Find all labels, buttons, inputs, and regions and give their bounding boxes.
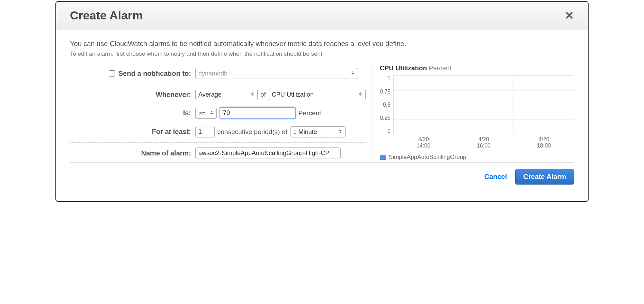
intro-text: You can use CloudWatch alarms to be noti… xyxy=(70,40,574,48)
threshold-input[interactable] xyxy=(220,107,296,119)
cancel-button[interactable]: Cancel xyxy=(484,173,507,181)
unit-text: Percent xyxy=(298,109,321,117)
whenever-row: Whenever: Average of CPU Utilization xyxy=(70,86,366,104)
close-icon[interactable]: ✕ xyxy=(565,9,574,22)
form-column: Send a notification to: dynamodb Wheneve… xyxy=(70,64,366,162)
period-select[interactable]: 1 Minute xyxy=(290,126,346,137)
name-label: Name of alarm: xyxy=(70,149,191,157)
chart-column: CPU Utilization Percent 1 0.75 0.5 0.25 … xyxy=(373,64,574,162)
periods-input[interactable] xyxy=(195,126,215,137)
y-axis: 1 0.75 0.5 0.25 0 xyxy=(380,75,393,134)
create-alarm-button[interactable]: Create Alarm xyxy=(515,169,574,185)
name-row: Name of alarm: xyxy=(70,144,366,162)
chart-title: CPU Utilization Percent xyxy=(380,64,574,72)
divider xyxy=(70,84,366,84)
y-tick: 0 xyxy=(387,128,391,134)
alarm-name-input[interactable] xyxy=(195,147,341,159)
is-row: Is: >= Percent xyxy=(70,104,366,123)
y-tick: 0.75 xyxy=(380,89,391,95)
dialog-footer: Cancel Create Alarm xyxy=(70,162,574,191)
dialog-title: Create Alarm xyxy=(70,9,143,22)
consecutive-text: consecutive period(s) of xyxy=(217,128,287,136)
of-text: of xyxy=(260,91,266,98)
x-tick: 4/20 14:00 xyxy=(417,136,430,149)
comparator-select[interactable]: >= xyxy=(195,108,217,119)
create-alarm-dialog: Create Alarm ✕ You can use CloudWatch al… xyxy=(55,1,589,202)
statistic-select[interactable]: Average xyxy=(195,89,258,100)
whenever-label: Whenever: xyxy=(70,91,191,99)
notification-row: Send a notification to: dynamodb xyxy=(70,64,366,82)
y-tick: 0.5 xyxy=(383,102,391,108)
sub-intro-text: To edit an alarm, first choose whom to n… xyxy=(70,51,574,57)
legend-label: SimpleAppAutoScallingGroup xyxy=(389,154,466,161)
chart-metric-name: CPU Utilization xyxy=(380,64,427,72)
metric-select[interactable]: CPU Utilization xyxy=(269,89,366,100)
dialog-header: Create Alarm ✕ xyxy=(56,2,588,29)
x-axis: 4/20 14:00 4/20 16:00 4/20 18:00 xyxy=(393,136,574,149)
x-tick: 4/20 16:00 xyxy=(477,136,491,149)
notification-checkbox[interactable] xyxy=(109,70,115,77)
notification-select[interactable]: dynamodb xyxy=(195,68,358,79)
for-row: For at least: consecutive period(s) of 1… xyxy=(70,123,366,141)
y-tick: 0.25 xyxy=(380,115,391,121)
chart-legend: SimpleAppAutoScallingGroup xyxy=(380,154,574,161)
legend-swatch xyxy=(380,155,386,160)
x-tick: 4/20 18:00 xyxy=(537,136,551,149)
for-label: For at least: xyxy=(70,128,191,136)
y-tick: 1 xyxy=(387,75,391,82)
notification-label: Send a notification to: xyxy=(118,70,191,78)
chart-area: 1 0.75 0.5 0.25 0 xyxy=(380,75,574,149)
divider xyxy=(70,142,366,143)
dialog-body: You can use CloudWatch alarms to be noti… xyxy=(56,29,588,201)
is-label: Is: xyxy=(70,109,191,117)
chart-unit: Percent xyxy=(429,64,451,72)
chart-grid xyxy=(393,75,574,134)
